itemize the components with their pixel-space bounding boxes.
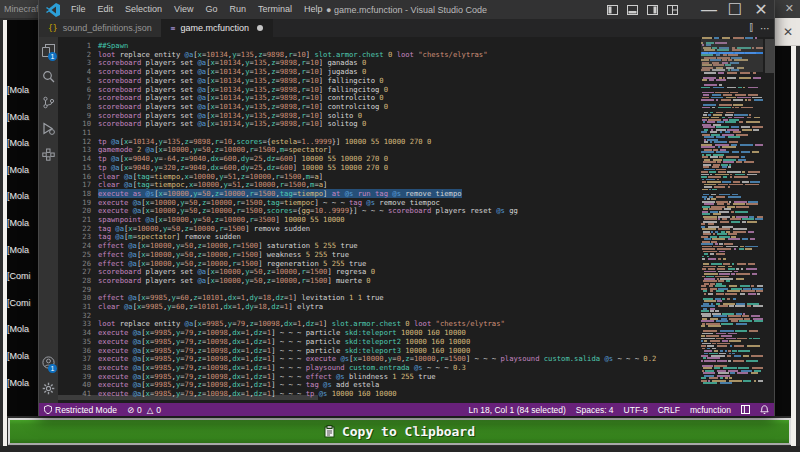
encoding[interactable]: UTF-8 bbox=[619, 403, 653, 416]
clipboard-icon bbox=[324, 425, 335, 438]
more-actions-icon[interactable]: ⋯ bbox=[760, 23, 770, 34]
code-line-31[interactable]: 31clear @a[x=9985,y=60,z=10101,dx=1,dy=1… bbox=[58, 303, 701, 312]
activity-bar: 11 bbox=[39, 37, 58, 403]
code-line-28[interactable]: 28scoreboard players set @a[x=10000,y=50… bbox=[58, 277, 701, 286]
line-text: execute @a[x=9985,y=79,z=10098,dx=1,dz=1… bbox=[98, 390, 397, 399]
accounts-icon[interactable]: 1 bbox=[39, 349, 58, 375]
vscode-titlebar: FileEditSelectionViewGoRunTerminalHelp ●… bbox=[39, 0, 774, 19]
menu-help[interactable]: Help bbox=[298, 0, 329, 19]
maximize-button[interactable]: ☐ bbox=[722, 0, 748, 19]
feedback-icon[interactable] bbox=[736, 403, 755, 416]
toggle-secondary-sidebar-icon[interactable] bbox=[642, 0, 662, 19]
copy-button-label: Copy to Clipboard bbox=[342, 424, 475, 439]
source-control-icon[interactable] bbox=[39, 89, 58, 115]
indentation[interactable]: Spaces: 4 bbox=[571, 403, 619, 416]
restricted-mode-badge[interactable]: Restricted Mode bbox=[39, 403, 122, 416]
menu-run[interactable]: Run bbox=[223, 0, 252, 19]
close-button[interactable]: ✕ bbox=[748, 0, 774, 19]
chat-message: [Mola bbox=[7, 378, 38, 388]
menubar: FileEditSelectionViewGoRunTerminalHelp bbox=[65, 0, 328, 19]
code-line-10[interactable]: 10scoreboard players set @a[x=10134,y=13… bbox=[58, 120, 701, 129]
window-title: ● game.mcfunction - Visual Studio Code bbox=[326, 5, 487, 15]
minimap-current-line-marker bbox=[701, 52, 763, 54]
chat-message: [Mola bbox=[7, 245, 38, 255]
chat-message: [Mola bbox=[7, 218, 38, 228]
chat-message: [Mola bbox=[7, 191, 38, 201]
chat-message: [Mola bbox=[7, 351, 38, 361]
minimize-button[interactable]: — bbox=[696, 0, 722, 19]
vertical-scrollbar[interactable] bbox=[765, 37, 774, 403]
background-dialog-close-button[interactable]: ✕ bbox=[775, 18, 800, 46]
toggle-sidebar-icon[interactable] bbox=[602, 0, 622, 19]
search-icon[interactable] bbox=[39, 63, 58, 89]
menu-edit[interactable]: Edit bbox=[92, 0, 120, 19]
language-mode[interactable]: mcfunction bbox=[685, 403, 736, 416]
warning-icon: △ bbox=[147, 405, 154, 415]
vscode-window: FileEditSelectionViewGoRunTerminalHelp ●… bbox=[38, 0, 775, 416]
layout-controls bbox=[602, 0, 682, 19]
chat-message: [Mola bbox=[7, 112, 38, 122]
minimap[interactable] bbox=[701, 37, 763, 403]
mcfunction-file-icon: ≡ bbox=[171, 24, 176, 33]
tab-sound_definitions.json[interactable]: {}sound_definitions.json bbox=[39, 19, 162, 37]
warning-count: 0 bbox=[156, 405, 161, 415]
chat-message: [Comi bbox=[7, 271, 38, 281]
chat-message: [Mola bbox=[7, 165, 38, 175]
split-editor-icon[interactable]: ⫿ bbox=[750, 22, 753, 34]
extensions-icon[interactable] bbox=[39, 141, 58, 167]
badge: 1 bbox=[48, 364, 57, 373]
menu-terminal[interactable]: Terminal bbox=[252, 0, 298, 19]
code-line-41[interactable]: 41execute @a[x=9985,y=79,z=10098,dx=1,dz… bbox=[58, 390, 701, 399]
background-window-title: Minecraf bbox=[4, 4, 39, 14]
menu-go[interactable]: Go bbox=[199, 0, 223, 19]
notifications-bell-icon[interactable] bbox=[755, 403, 774, 416]
toggle-panel-icon[interactable] bbox=[622, 0, 642, 19]
menu-selection[interactable]: Selection bbox=[119, 0, 168, 19]
background-close-icon[interactable]: ✕ bbox=[785, 2, 794, 15]
tab-bar: {}sound_definitions.json≡game.mcfunction bbox=[39, 19, 774, 37]
vscode-logo-icon bbox=[45, 2, 61, 18]
settings-icon[interactable] bbox=[39, 375, 58, 401]
chat-message: [Mola bbox=[7, 138, 38, 148]
line-number: 41 bbox=[58, 390, 91, 399]
modified-dot-icon[interactable] bbox=[257, 25, 263, 31]
error-icon: ⊘ bbox=[127, 405, 134, 415]
line-text: scoreboard players set @a[x=10000,y=50,z… bbox=[98, 277, 371, 286]
copy-to-clipboard-button[interactable]: Copy to Clipboard bbox=[8, 418, 791, 445]
cursor-position[interactable]: Ln 18, Col 1 (84 selected) bbox=[463, 403, 570, 416]
tab-game.mcfunction[interactable]: ≡game.mcfunction bbox=[162, 19, 273, 37]
background-panel-border-right bbox=[791, 46, 796, 452]
tab-label: sound_definitions.json bbox=[63, 23, 152, 33]
tab-actions: ⫿ ⋯ bbox=[743, 19, 770, 37]
window-controls: — ☐ ✕ bbox=[602, 0, 774, 19]
chat-message: [Mola bbox=[7, 85, 38, 95]
chat-message: [Mola bbox=[7, 324, 38, 334]
background-bottom-strip bbox=[0, 446, 800, 452]
badge: 1 bbox=[48, 52, 57, 61]
close-icon: ✕ bbox=[783, 25, 793, 39]
chat-message: [Comi bbox=[7, 298, 38, 308]
minimap-slider[interactable] bbox=[701, 39, 763, 72]
line-text: scoreboard players set @a[x=10134,y=135,… bbox=[98, 120, 366, 129]
eol-sequence[interactable]: CRLF bbox=[653, 403, 685, 416]
problems-badge[interactable]: ⊘ 0 △ 0 bbox=[122, 403, 166, 416]
line-text: clear @a[x=9985,y=60,z=10101,dx=1,dy=18,… bbox=[98, 303, 323, 312]
run-debug-icon[interactable] bbox=[39, 115, 58, 141]
screen: Minecraf ✕ ✕ [Mola[Mola[Mola[Mola[Mola[M… bbox=[0, 0, 800, 452]
code-editor[interactable]: 1##Spawn2loot replace entity @a[x=10134,… bbox=[58, 37, 701, 403]
json-file-icon: {} bbox=[48, 24, 58, 33]
menu-file[interactable]: File bbox=[65, 0, 92, 19]
status-bar: Restricted Mode ⊘ 0 △ 0 Ln 18, Col 1 (84… bbox=[39, 403, 774, 416]
menu-view[interactable]: View bbox=[168, 0, 199, 19]
background-content-right bbox=[775, 46, 791, 416]
tab-label: game.mcfunction bbox=[181, 23, 250, 33]
error-count: 0 bbox=[137, 405, 142, 415]
explorer-icon[interactable]: 1 bbox=[39, 37, 58, 63]
shield-icon bbox=[44, 405, 52, 414]
customize-layout-icon[interactable] bbox=[662, 0, 682, 19]
